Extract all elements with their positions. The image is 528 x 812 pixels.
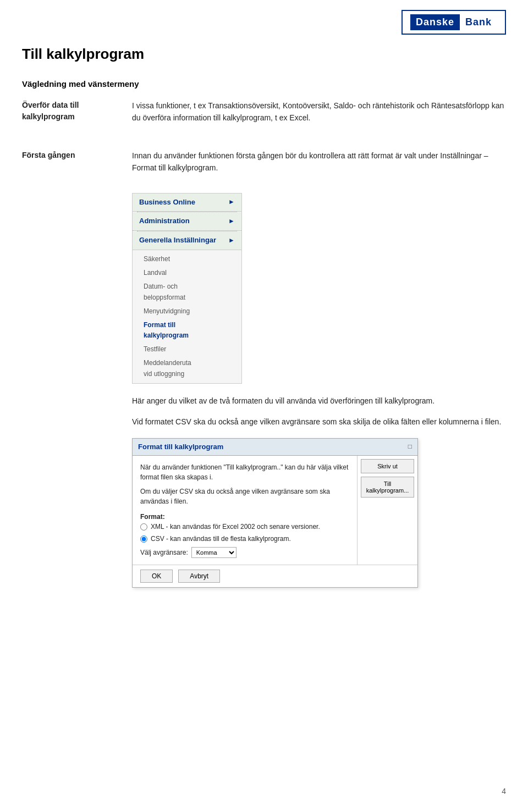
logo-bank: Bank [460,14,497,30]
forsta-gangen-section: Första gången Innan du använder funktion… [22,150,506,599]
dialog-title-text: Format till kalkylprogram [138,441,223,453]
page-number: 4 [502,787,506,796]
col-right-intro: I vissa funktioner, t ex Transaktionsöve… [132,100,506,133]
skriv-ut-button[interactable]: Skriv ut [361,459,414,473]
logo: Danske Bank [402,10,506,35]
dialog-format-section: Format: XML - kan användas för Excel 200… [140,512,349,558]
header: Danske Bank [0,0,528,40]
section-heading: Vägledning med vänstermeny [22,79,506,89]
left-label: Överför data till kalkylprogram [22,100,121,123]
nav-administration-row[interactable]: Administration ► [133,212,241,231]
logo-danske: Danske [410,14,460,30]
nav-item-meddelanderuta[interactable]: Meddelanderutavid utloggning [133,356,241,380]
col-right-forsta: Innan du använder funktionen första gång… [132,150,506,599]
nav-administration-label: Administration [139,216,190,227]
radio-xml[interactable] [140,523,147,531]
dialog-main-content: När du använder funktionen "Till kalkylp… [133,456,357,565]
nav-item-testfiler[interactable]: Testfiler [133,343,241,356]
nav-business-online-label: Business Online [139,197,195,208]
cancel-button[interactable]: Avbryt [178,570,220,583]
nav-item-menyutvidgning[interactable]: Menyutvidgning [133,305,241,318]
page-content: Till kalkylprogram Vägledning med vänste… [0,40,528,637]
nav-item-landval[interactable]: Landval [133,266,241,280]
nav-item-format[interactable]: Format tillkalkylprogram [133,318,241,343]
forsta-gangen-text: Innan du använder funktionen första gång… [132,150,506,174]
dialog-restore-icon[interactable]: □ [408,441,412,452]
ok-button[interactable]: OK [140,570,173,583]
format-dialog: Format till kalkylprogram □ När du använ… [132,438,418,588]
forsta-gangen-label: Första gången [22,150,121,161]
dialog-sidebar: Skriv ut Till kalkylprogram... [357,456,417,565]
nav-generella-row[interactable]: Generella Inställningar ► [133,231,241,250]
para1: Här anger du vilket av de två formaten d… [132,395,506,407]
dialog-radio-xml-row: XML - kan användas för Excel 2002 och se… [140,522,349,532]
dialog-desc2: Om du väljer CSV ska du också ange vilke… [140,487,349,506]
nav-screenshot: Business Online ► Administration ► Gener… [132,193,242,384]
dialog-title-bar: Format till kalkylprogram □ [133,439,417,456]
nav-generella-arrow: ► [228,235,235,246]
intro-section: Överför data till kalkylprogram I vissa … [22,100,506,133]
nav-business-online-arrow: ► [228,197,235,207]
nav-business-online-row[interactable]: Business Online ► [133,194,241,212]
till-kalkylprogram-button[interactable]: Till kalkylprogram... [361,477,414,498]
intro-text: I vissa funktioner, t ex Transaktionsöve… [132,100,506,124]
select-label: Välj avgränsare: [140,548,188,557]
radio-csv-label: CSV - kan användas till de flesta kalkyl… [151,534,291,544]
dialog-footer: OK Avbryt [133,565,417,587]
nav-administration-arrow: ► [228,216,235,227]
nav-item-sakerhet[interactable]: Säkerhet [133,252,241,266]
nav-item-datum[interactable]: Datum- ochbeloppsformat [133,280,241,304]
col-left-intro: Överför data till kalkylprogram [22,100,132,133]
dialog-body: När du använder funktionen "Till kalkylp… [133,456,417,565]
avgransare-select[interactable]: Komma Semikolon Tab [191,547,237,558]
dialog-radio-csv-row: CSV - kan användas till de flesta kalkyl… [140,534,349,544]
col-left-forsta: Första gången [22,150,132,599]
main-title: Till kalkylprogram [22,46,506,63]
dialog-desc1: När du använder funktionen "Till kalkylp… [140,462,349,482]
nav-items-list: Säkerhet Landval Datum- ochbeloppsformat… [133,250,241,383]
radio-csv[interactable] [140,535,147,543]
nav-generella-label: Generella Inställningar [139,235,216,246]
para2: Vid formatet CSV ska du också ange vilke… [132,416,506,428]
radio-xml-label: XML - kan användas för Excel 2002 och se… [151,522,320,532]
dialog-format-label: Format: [140,513,165,521]
dialog-select-row: Välj avgränsare: Komma Semikolon Tab [140,547,349,558]
